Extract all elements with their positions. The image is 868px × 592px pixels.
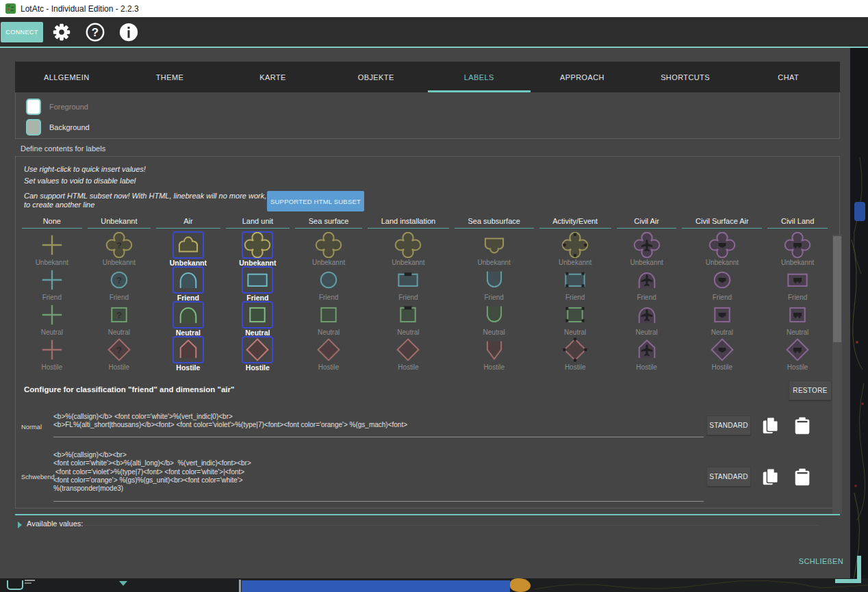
symbol-cell-civil-surface-air-hostile[interactable]: Hostile bbox=[706, 336, 738, 371]
info-icon[interactable] bbox=[118, 22, 139, 42]
settings-gear-icon[interactable] bbox=[51, 22, 72, 42]
symbol-cell-civil-air-neutral[interactable]: Neutral bbox=[631, 301, 663, 336]
available-values-expander[interactable]: Available values: bbox=[15, 519, 830, 530]
symbol-label: Hostile bbox=[712, 363, 733, 371]
symbol-cell-unbekannt-friend[interactable]: ?Friend bbox=[103, 266, 135, 301]
symbol-cell-air-unbekannt[interactable]: Unbekannt bbox=[170, 231, 207, 266]
connect-button[interactable]: CONNECT bbox=[1, 22, 43, 42]
close-button[interactable]: SCHLIEßEN bbox=[799, 557, 843, 565]
hint-html-line1: Can support HTML subset now! With HTML, … bbox=[24, 192, 281, 200]
grid-scrollbar[interactable] bbox=[832, 235, 842, 515]
symbol-cell-civil-land-unbekannt[interactable]: Unbekannt bbox=[781, 231, 814, 266]
symbol-column-land-unit: Land unitUnbekanntFriendNeutralHostile bbox=[223, 217, 293, 371]
tab-chat[interactable]: CHAT bbox=[737, 62, 840, 92]
normal-standard-button[interactable]: STANDARD bbox=[706, 415, 751, 435]
tab-theme[interactable]: THEME bbox=[118, 62, 222, 92]
hint-void: Set values to void to disable label bbox=[24, 177, 136, 185]
hover-paste-icon[interactable] bbox=[792, 467, 813, 487]
symbol-column-activity-event: Activity/EventUnbekanntFriendNeutralHost… bbox=[537, 217, 614, 371]
symbol-label: Hostile bbox=[398, 363, 419, 371]
symbol-cell-activity-event-neutral[interactable]: Neutral bbox=[559, 301, 591, 336]
map-blue-bar bbox=[242, 580, 510, 592]
symbol-label: Unbekannt bbox=[392, 259, 424, 266]
symbol-cell-sea-subsurface-hostile[interactable]: Hostile bbox=[478, 336, 510, 371]
symbol-cell-civil-land-hostile[interactable]: Hostile bbox=[782, 336, 813, 371]
symbol-cell-land-installation-hostile[interactable]: Hostile bbox=[392, 336, 424, 371]
symbol-cell-sea-surface-friend[interactable]: Friend bbox=[313, 266, 344, 301]
symbol-cell-civil-land-friend[interactable]: Friend bbox=[782, 266, 813, 301]
symbol-cell-air-hostile[interactable]: Hostile bbox=[173, 336, 204, 371]
tab-karte[interactable]: KARTE bbox=[221, 62, 324, 92]
symbol-cell-land-unit-hostile[interactable]: Hostile bbox=[242, 336, 273, 371]
hover-template-field[interactable]: <b>%(callsign)</b><br> <font color='whit… bbox=[53, 451, 704, 502]
symbol-cell-none-neutral[interactable]: Neutral bbox=[36, 301, 68, 336]
tab-shortcuts[interactable]: SHORTCUTS bbox=[634, 62, 737, 92]
symbol-cell-air-neutral[interactable]: Neutral bbox=[173, 301, 204, 336]
help-icon[interactable]: ? bbox=[85, 22, 105, 42]
hover-standard-button[interactable]: STANDARD bbox=[706, 467, 751, 487]
section-title: Define contents for labels bbox=[21, 144, 105, 153]
tab-approach[interactable]: APPROACH bbox=[531, 62, 634, 92]
grid-scrollbar-thumb[interactable] bbox=[833, 236, 841, 342]
normal-paste-icon[interactable] bbox=[792, 415, 813, 436]
symbol-cell-activity-event-friend[interactable]: Friend bbox=[559, 266, 591, 301]
normal-copy-icon[interactable] bbox=[761, 415, 781, 436]
normal-template-field[interactable]: <b>%(callsign)</b> <font color='white'>%… bbox=[53, 413, 704, 437]
symbol-cell-civil-air-friend[interactable]: Friend bbox=[631, 266, 663, 301]
symbol-label: Unbekannt bbox=[781, 259, 814, 266]
symbol-cell-sea-surface-unbekannt[interactable]: Unbekannt bbox=[312, 231, 345, 266]
symbol-label: Friend bbox=[42, 294, 62, 301]
tab-labels[interactable]: LABELS bbox=[428, 62, 531, 92]
symbol-cell-civil-air-unbekannt[interactable]: Unbekannt bbox=[630, 231, 663, 266]
foreground-color-swatch[interactable] bbox=[26, 99, 41, 115]
tab-allgemein[interactable]: ALLGEMEIN bbox=[15, 62, 118, 92]
hover-copy-icon[interactable] bbox=[761, 467, 781, 487]
symbol-grid: NoneUnbekanntFriendNeutralHostileUnbekan… bbox=[19, 217, 830, 371]
background-color-swatch[interactable] bbox=[26, 119, 41, 136]
symbol-column-civil-surface-air: Civil Surface AirUnbekanntFriendNeutralH… bbox=[679, 217, 765, 371]
symbol-label: Hostile bbox=[483, 363, 505, 371]
symbol-label: Friend bbox=[565, 294, 585, 301]
tab-objekte[interactable]: OBJEKTE bbox=[324, 62, 428, 92]
symbol-label: Unbekannt bbox=[36, 259, 68, 266]
symbol-cell-land-installation-friend[interactable]: Friend bbox=[392, 266, 424, 301]
map-chevron-icon bbox=[119, 581, 127, 586]
symbol-cell-unbekannt-neutral[interactable]: ?Neutral bbox=[103, 301, 135, 336]
symbol-label: Friend bbox=[637, 294, 656, 301]
expander-arrow-icon bbox=[18, 522, 22, 528]
symbol-column-civil-air: Civil AirUnbekanntFriendNeutralHostile bbox=[614, 217, 680, 371]
symbol-column-unbekannt: Unbekannt?Unbekannt?Friend?Neutral?Hosti… bbox=[85, 217, 153, 371]
symbol-cell-land-installation-unbekannt[interactable]: Unbekannt bbox=[392, 231, 424, 266]
symbol-cell-none-unbekannt[interactable]: Unbekannt bbox=[36, 231, 68, 266]
symbol-cell-activity-event-unbekannt[interactable]: Unbekannt bbox=[559, 231, 591, 266]
symbol-cell-civil-surface-air-neutral[interactable]: Neutral bbox=[706, 301, 738, 336]
symbol-label: Neutral bbox=[108, 329, 130, 336]
symbol-cell-unbekannt-unbekannt[interactable]: ?Unbekannt bbox=[103, 231, 136, 266]
symbol-cell-sea-surface-hostile[interactable]: Hostile bbox=[313, 336, 344, 371]
svg-text:?: ? bbox=[116, 275, 122, 285]
symbol-cell-land-unit-neutral[interactable]: Neutral bbox=[242, 301, 273, 336]
symbol-cell-land-unit-unbekannt[interactable]: Unbekannt bbox=[239, 231, 276, 266]
symbol-cell-unbekannt-hostile[interactable]: ?Hostile bbox=[103, 336, 135, 371]
symbol-cell-sea-subsurface-neutral[interactable]: Neutral bbox=[478, 301, 510, 336]
hover-row-label: Schwebend bbox=[21, 474, 55, 480]
map-background-right bbox=[850, 48, 868, 592]
symbol-cell-sea-subsurface-unbekannt[interactable]: Unbekannt bbox=[478, 231, 511, 266]
symbol-cell-civil-surface-air-friend[interactable]: Friend bbox=[706, 266, 738, 301]
symbol-cell-sea-subsurface-friend[interactable]: Friend bbox=[478, 266, 510, 301]
symbol-cell-sea-surface-neutral[interactable]: Neutral bbox=[313, 301, 344, 336]
restore-button[interactable]: RESTORE bbox=[789, 381, 832, 400]
symbol-label: Neutral bbox=[397, 329, 419, 336]
symbol-cell-civil-surface-air-unbekannt[interactable]: Unbekannt bbox=[706, 231, 739, 266]
supported-html-subset-button[interactable]: SUPPORTED HTML SUBSET bbox=[267, 191, 364, 211]
symbol-cell-none-friend[interactable]: Friend bbox=[36, 266, 68, 301]
symbol-cell-activity-event-hostile[interactable]: Hostile bbox=[559, 336, 591, 371]
symbol-cell-none-hostile[interactable]: Hostile bbox=[36, 336, 68, 371]
symbol-cell-land-unit-friend[interactable]: Friend bbox=[242, 266, 273, 301]
column-header: Land installation bbox=[381, 217, 436, 228]
symbol-cell-civil-land-neutral[interactable]: Neutral bbox=[782, 301, 813, 336]
svg-text:?: ? bbox=[92, 26, 99, 39]
symbol-cell-air-friend[interactable]: Friend bbox=[173, 266, 204, 301]
symbol-cell-land-installation-neutral[interactable]: Neutral bbox=[392, 301, 424, 336]
symbol-cell-civil-air-hostile[interactable]: Hostile bbox=[631, 336, 663, 371]
